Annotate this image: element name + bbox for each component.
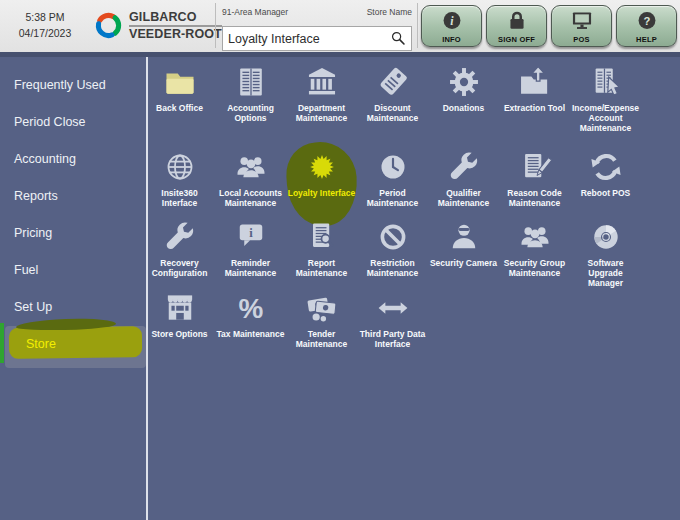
tile-label: Income/Expense Account Maintenance <box>570 103 641 133</box>
sidebar-item-fuel[interactable]: Fuel <box>0 251 146 288</box>
tile-recovery-configuration[interactable]: Recovery Configuration <box>144 217 215 288</box>
tile-tender-maintenance[interactable]: Tender Maintenance <box>286 288 357 373</box>
lock-icon <box>504 8 529 33</box>
search-icon[interactable] <box>389 29 408 48</box>
sidebar-item-label: Set Up <box>14 300 52 314</box>
tile-period-maintenance[interactable]: Period Maintenance <box>357 147 428 217</box>
tile-label: Department Maintenance <box>286 103 357 123</box>
tile-local-accounts-maintenance[interactable]: Local Accounts Maintenance <box>215 147 286 217</box>
folder-icon <box>162 64 198 100</box>
tile-label: Restriction Maintenance <box>357 258 428 278</box>
cash-icon <box>304 290 340 326</box>
tile-software-upgrade-manager[interactable]: Software Upgrade Manager <box>570 217 641 288</box>
info-button[interactable]: i INFO <box>421 5 482 47</box>
tile-loyalty-interface[interactable]: Loyalty Interface <box>286 147 357 217</box>
ledger-arrow-icon <box>588 64 624 100</box>
tile-accounting-options[interactable]: Accounting Options <box>215 62 286 147</box>
people-icon <box>517 219 553 255</box>
tile-insite360-interface[interactable]: Insite360 Interface <box>144 147 215 217</box>
tile-reminder-maintenance[interactable]: i Reminder Maintenance <box>215 217 286 288</box>
gear-icon <box>446 64 482 100</box>
search-input[interactable] <box>223 32 389 46</box>
tile-department-maintenance[interactable]: Department Maintenance <box>286 62 357 147</box>
tile-label: Tax Maintenance <box>217 329 285 339</box>
content-area: Frequently Used Period Close Accounting … <box>0 52 680 520</box>
tile-third-party-data-interface[interactable]: Third Party Data Interface <box>357 288 428 373</box>
sign-off-button[interactable]: SIGN OFF <box>486 5 547 47</box>
tile-discount-maintenance[interactable]: Discount Maintenance <box>357 62 428 147</box>
tile-back-office[interactable]: Back Office <box>144 62 215 147</box>
sidebar-item-label: Store <box>26 337 56 351</box>
button-label: POS <box>552 35 611 44</box>
brand-name-line2: VEEDER-ROOT <box>129 27 222 41</box>
brand-logo: GILBARCO VEEDER-ROOT <box>93 10 222 41</box>
tile-label: Back Office <box>156 103 203 113</box>
clock: 5:38 PM 04/17/2023 <box>0 10 90 42</box>
tile-label: Security Camera <box>430 258 497 268</box>
svg-text:%: % <box>238 293 263 324</box>
sun-icon <box>304 149 340 185</box>
wrench-icon <box>446 149 482 185</box>
button-label: INFO <box>422 35 481 44</box>
info-icon: i <box>439 8 464 33</box>
header-buttons: i INFO SIGN OFF POS ? HELP <box>421 5 677 47</box>
sidebar-item-label: Frequently Used <box>14 78 106 92</box>
sidebar-item-accounting[interactable]: Accounting <box>0 140 146 177</box>
svg-text:i: i <box>249 226 253 240</box>
sidebar-item-label: Period Close <box>14 115 86 129</box>
tile-store-options[interactable]: Store Options <box>144 288 215 373</box>
tile-reason-code-maintenance[interactable]: Reason Code Maintenance <box>499 147 570 217</box>
sidebar-item-frequently-used[interactable]: Frequently Used <box>0 66 146 103</box>
sidebar-item-label: Accounting <box>14 152 76 166</box>
sidebar-item-reports[interactable]: Reports <box>0 177 146 214</box>
tile-income-expense-account-maintenance[interactable]: Income/Expense Account Maintenance <box>570 62 641 147</box>
sidebar-item-label: Pricing <box>14 226 52 240</box>
tile-label: Loyalty Interface <box>288 188 356 198</box>
people-icon <box>233 149 269 185</box>
tile-label: Local Accounts Maintenance <box>215 188 286 208</box>
sidebar-item-period-close[interactable]: Period Close <box>0 103 146 140</box>
tile-donations[interactable]: Donations <box>428 62 499 147</box>
tile-label: Third Party Data Interface <box>357 329 428 349</box>
sidebar: Frequently Used Period Close Accounting … <box>0 57 146 520</box>
time-text: 5:38 PM <box>0 10 90 26</box>
tile-label: Accounting Options <box>215 103 286 123</box>
help-button[interactable]: ? HELP <box>616 5 677 47</box>
svg-text:?: ? <box>643 15 650 27</box>
tile-security-group-maintenance[interactable]: Security Group Maintenance <box>499 217 570 288</box>
speech-bubble-info-icon: i <box>233 219 269 255</box>
brand-text: GILBARCO VEEDER-ROOT <box>129 10 222 41</box>
app-tile-grid: Back Office Accounting Options Departmen… <box>144 62 641 373</box>
security-person-icon <box>446 219 482 255</box>
tile-label: Extraction Tool <box>504 103 565 113</box>
search-box[interactable] <box>222 26 412 51</box>
tile-label: Recovery Configuration <box>144 258 215 278</box>
tile-qualifier-maintenance[interactable]: Qualifier Maintenance <box>428 147 499 217</box>
topbar-divider <box>215 3 216 48</box>
tile-security-camera[interactable]: Security Camera <box>428 217 499 288</box>
tile-label: Qualifier Maintenance <box>428 188 499 208</box>
help-icon: ? <box>634 8 659 33</box>
tile-extraction-tool[interactable]: Extraction Tool <box>499 62 570 147</box>
tile-tax-maintenance[interactable]: % Tax Maintenance <box>215 288 286 373</box>
button-label: HELP <box>617 35 676 44</box>
refresh-icon <box>588 149 624 185</box>
pos-button[interactable]: POS <box>551 5 612 47</box>
tile-restriction-maintenance[interactable]: Restriction Maintenance <box>357 217 428 288</box>
sidebar-item-store[interactable]: Store <box>0 325 146 362</box>
sidebar-item-pricing[interactable]: Pricing <box>0 214 146 251</box>
tile-label: Reboot POS <box>581 188 631 198</box>
tile-label: Report Maintenance <box>286 258 357 278</box>
prohibition-icon <box>375 219 411 255</box>
transfer-arrows-icon <box>375 290 411 326</box>
pos-monitor-icon <box>569 8 594 33</box>
tile-label: Store Options <box>151 329 207 339</box>
clock-icon <box>375 149 411 185</box>
tile-label: Software Upgrade Manager <box>570 258 641 288</box>
tile-label: Security Group Maintenance <box>499 258 570 278</box>
tile-reboot-pos[interactable]: Reboot POS <box>570 147 641 217</box>
globe-icon <box>162 149 198 185</box>
tile-report-maintenance[interactable]: Report Maintenance <box>286 217 357 288</box>
tile-label: Discount Maintenance <box>357 103 428 123</box>
brand-name-line1: GILBARCO <box>129 10 222 26</box>
